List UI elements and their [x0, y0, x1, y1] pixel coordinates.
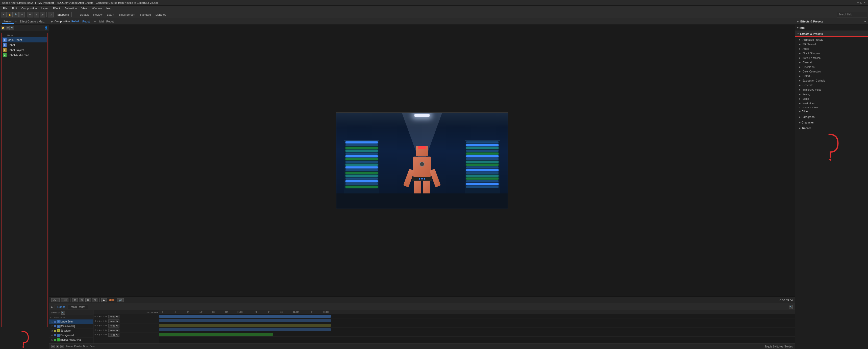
timecode-display: 0:00:03:04 [780, 299, 793, 302]
timeline-search-btn[interactable]: 🔍 [789, 305, 793, 309]
character-section[interactable]: ▶ Character [797, 120, 866, 125]
layer-row-5[interactable]: 5 ♪ [Robot-Audio.m4a] [49, 338, 93, 342]
fx-cinema4d[interactable]: ▶ Cinema 4D [795, 65, 868, 69]
toggle-switches-modes[interactable]: Toggle Switches / Modes [765, 345, 793, 348]
comp-tab-robot[interactable]: Robot [80, 20, 92, 24]
layer-row-4[interactable]: 4 ☆ Background [49, 333, 93, 338]
fx-blur-sharpen[interactable]: ▶ Blur & Sharpen [795, 51, 868, 56]
tl-btn-1[interactable]: ⊞ [51, 345, 55, 348]
parent-select-5[interactable]: None [108, 333, 120, 337]
zoom-control[interactable]: 75... [51, 298, 60, 302]
workspace-review[interactable]: Review [91, 12, 104, 17]
parent-select-1[interactable]: None [108, 315, 120, 318]
project-item-main-robot[interactable]: C Main-Robot [2, 37, 47, 42]
fx-matte[interactable]: ▶ Matte [795, 96, 868, 101]
timeline-tool-1[interactable]: 🔍 [61, 311, 65, 315]
tool-pen[interactable]: ✏ [28, 12, 33, 18]
paragraph-section[interactable]: ▶ Paragraph [797, 114, 866, 120]
tool-shape[interactable]: □ [48, 12, 54, 18]
parent-select-4[interactable]: None [108, 328, 120, 332]
effects-presets-section-header[interactable]: ▼ Effects & Presets [795, 31, 868, 37]
close-btn[interactable]: ✕ [864, 1, 866, 4]
project-person-icon[interactable]: 👤 [44, 26, 48, 30]
workspace-learn[interactable]: Learn [105, 12, 116, 17]
layer-row-2[interactable]: 2 C [Main-Robot] [49, 324, 93, 328]
tl-btn-2[interactable]: ⊠ [56, 345, 59, 348]
fx-label-gen: Generate [803, 84, 813, 87]
parent-select-3[interactable]: None [108, 324, 120, 327]
right-panel-menu[interactable]: ≡ [865, 20, 866, 23]
project-new-folder[interactable]: 📁 [1, 26, 5, 30]
menu-file[interactable]: File [1, 6, 9, 10]
menu-effect[interactable]: Effect [51, 6, 62, 10]
menu-help[interactable]: Help [104, 6, 114, 10]
fx-neat-video[interactable]: ▶ Neat Video [795, 101, 868, 105]
project-search[interactable]: 🔍 [10, 26, 14, 30]
project-new-comp[interactable]: 🎬 [5, 26, 9, 30]
timeline-tab-robot[interactable]: Robot [55, 305, 67, 309]
fx-immersive[interactable]: ▶ Immersive Video [795, 87, 868, 92]
layer-row-1[interactable]: 1 ☆ Large Beam [49, 319, 93, 324]
fx-boris-mocha[interactable]: ▶ Boris FX Mocha [795, 56, 868, 60]
menu-edit[interactable]: Edit [10, 6, 19, 10]
menu-animation[interactable]: Animation [62, 6, 79, 10]
comp-tab-main-robot[interactable]: Main-Robot [97, 20, 116, 24]
fx-animation-presets[interactable]: ▶ Animation Presets [795, 37, 868, 42]
tool-move[interactable]: ✋ [7, 12, 12, 18]
tl-btn-3[interactable]: ⊡ [60, 345, 64, 348]
tool-select[interactable]: ↖ [1, 12, 6, 18]
tool-brush[interactable]: 🖌 [40, 12, 45, 18]
fx-audio[interactable]: ▶ Audio [795, 46, 868, 51]
menu-layer[interactable]: Layer [39, 6, 51, 10]
mask-toggle[interactable]: ⊡ [92, 298, 97, 302]
tool-zoom[interactable]: 🔍 [13, 12, 19, 18]
menu-window[interactable]: Window [90, 6, 104, 10]
info-section-header[interactable]: ▶ Info [795, 25, 868, 31]
quality-control[interactable]: Full [61, 298, 68, 302]
preview-play[interactable]: ▶ [101, 298, 107, 302]
minimize-btn[interactable]: ─ [857, 1, 859, 4]
fx-label-distort: Distort... [803, 75, 812, 77]
align-section[interactable]: ▶ Align [797, 108, 866, 114]
fx-3d-channel[interactable]: ▶ 3D Channel [795, 42, 868, 46]
fx-chevron-matte: ▶ [799, 98, 801, 100]
workspace-small-screen[interactable]: Small Screen [117, 12, 137, 17]
project-item-robot[interactable]: C Robot [2, 42, 47, 47]
fx-noise-grain[interactable]: ▶ Noise & Grain [795, 105, 868, 107]
menu-composition[interactable]: Composition [20, 6, 39, 10]
tracker-section[interactable]: ▶ Tracker [797, 125, 866, 131]
composition-canvas[interactable] [49, 25, 795, 296]
grid-toggle[interactable]: ⊟ [79, 298, 84, 302]
audio-toggle[interactable]: 🔊 [117, 298, 124, 302]
fx-expression-controls[interactable]: ▶ Expression Controls [795, 78, 868, 83]
fx-chevron-anim: ▶ [799, 39, 801, 41]
menu-view[interactable]: View [79, 6, 89, 10]
project-tab[interactable]: Project [2, 19, 13, 24]
search-help-input[interactable] [837, 12, 867, 18]
robot-character [407, 143, 437, 193]
project-item-robot-audio[interactable]: A Robot-Audio.m4a [2, 53, 47, 58]
effect-controls-tab[interactable]: Effect Controls Mai... [18, 20, 47, 24]
workspace-libraries[interactable]: Libraries [154, 12, 168, 17]
track-row-2 [159, 318, 795, 323]
maximize-btn[interactable]: □ [861, 1, 862, 4]
fx-keying[interactable]: ▶ Keying [795, 92, 868, 96]
timeline-tracks[interactable]: 0 4f 8f 12f 16f 20f 01:00f 4f 8f 12f 02:… [159, 310, 795, 344]
project-item-robot-layers[interactable]: F Robot Layers [2, 47, 47, 53]
fx-distort[interactable]: ▶ Distort... [795, 74, 868, 78]
resolution-toggle[interactable]: ⊞ [72, 298, 78, 302]
fx-color-correction[interactable]: ▶ Color Correction [795, 69, 868, 74]
layer-row-3[interactable]: 3 ☆ Structure [49, 328, 93, 333]
workspace-default[interactable]: Default [78, 12, 91, 17]
timeline-tab-main-robot[interactable]: Main-Robot [68, 305, 88, 309]
workspace-standard[interactable]: Standard [137, 12, 153, 17]
fx-generate[interactable]: ▶ Generate [795, 83, 868, 87]
fx-channel[interactable]: ▶ Channel [795, 60, 868, 65]
playhead[interactable] [311, 310, 311, 314]
safe-zones[interactable]: ⊠ [85, 298, 91, 302]
tool-rotate[interactable]: ↺ [19, 12, 25, 18]
parent-select-2[interactable]: None [108, 319, 120, 323]
tool-text[interactable]: T [34, 12, 39, 18]
layer-switch-icons-1: ⊘ fx ◈ ○ ☆ ⊙ [94, 315, 107, 318]
ruler-label-02s: 02:00f [293, 311, 299, 313]
